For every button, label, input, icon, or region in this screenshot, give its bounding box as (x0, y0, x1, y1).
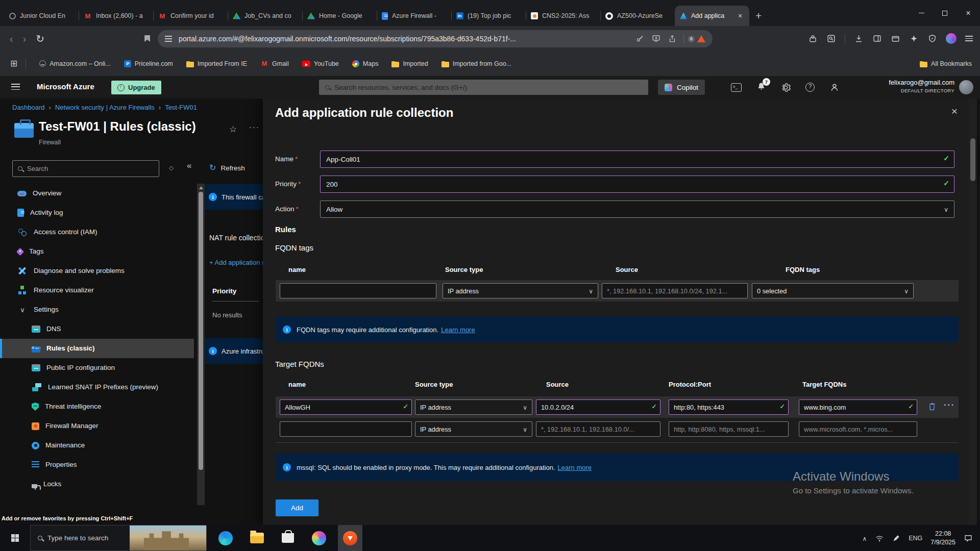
close-panel-icon[interactable] (951, 106, 958, 116)
taskbar-file-explorer-icon[interactable] (244, 525, 269, 551)
sidebar-item-locks[interactable]: Locks (0, 474, 194, 494)
rule-source-input[interactable] (536, 421, 660, 437)
brave-rewards-icon[interactable] (697, 35, 705, 42)
rule-source-type-select[interactable]: IP address (415, 421, 532, 437)
reload-icon[interactable]: ↻ (36, 34, 44, 44)
bookmark-item[interactable]: Imported From IE (186, 60, 247, 68)
sidebar-item-activity-log[interactable]: Activity log (0, 203, 194, 222)
search-box-icon[interactable] (826, 34, 836, 43)
breadcrumb-link[interactable]: Test-FW01 (165, 104, 197, 111)
window-minimize-button[interactable] (910, 0, 933, 26)
help-icon[interactable] (805, 83, 815, 92)
extensions-puzzle-icon[interactable] (808, 34, 818, 43)
bookmark-item[interactable]: Amazon.com – Onli... (39, 60, 111, 68)
taskbar-store-icon[interactable] (276, 525, 300, 551)
tab-linkedin[interactable]: (19) Top job pic × (451, 6, 526, 26)
fqdn-name-input[interactable] (280, 283, 436, 298)
scrollbar-thumb[interactable] (970, 138, 975, 181)
azure-logo[interactable]: Microsoft Azure (37, 82, 94, 91)
sidebar-item-learned-snat-ip-prefixes[interactable]: Learned SNAT IP Prefixes (preview) (0, 378, 194, 397)
sidebar-search-input[interactable]: Search (12, 160, 159, 177)
tab-junior-cloud[interactable]: Junior Cloud En × (4, 6, 79, 26)
back-icon[interactable]: ‹ (10, 34, 13, 44)
bookmark-item[interactable]: Gmail (260, 60, 289, 68)
account-info[interactable]: felixarogo@gmail.com DEFAULT DIRECTORY (889, 79, 954, 93)
rule-source-input[interactable] (536, 399, 660, 415)
share-icon[interactable] (668, 34, 677, 43)
address-bar[interactable]: portal.azure.com/#@felixarogogmail.onmic… (158, 30, 713, 47)
taskbar-brave-icon[interactable] (338, 525, 362, 551)
url-text[interactable]: portal.azure.com/#@felixarogogmail.onmic… (179, 35, 629, 43)
rule-target-input[interactable] (799, 399, 917, 415)
search-highlight-image[interactable] (130, 525, 206, 550)
add-button[interactable]: Add (276, 499, 318, 516)
sidebar-item-maintenance[interactable]: Maintenance (0, 436, 194, 455)
breadcrumb-link[interactable]: Network security | Azure Firewalls (55, 104, 165, 111)
profile-avatar[interactable] (946, 33, 957, 44)
sidebar-item-properties[interactable]: Properties (0, 455, 194, 474)
bookmark-icon[interactable] (144, 35, 150, 42)
fqdn-source-type-select[interactable]: IP address (443, 283, 598, 298)
sidebar-scrollbar[interactable] (197, 184, 205, 505)
tab-inbox[interactable]: Inbox (2,600) - a × (79, 6, 153, 26)
sidebar-group-settings[interactable]: Settings (0, 300, 194, 319)
cloud-shell-icon[interactable] (731, 83, 742, 92)
breadcrumb-link[interactable]: Dashboard (12, 104, 55, 111)
tray-expand-icon[interactable] (862, 534, 867, 543)
bookmark-item[interactable]: YouTube (302, 60, 339, 68)
sidebar-item-rules-classic[interactable]: Rules (classic) (0, 339, 194, 358)
tab-add-application-rule[interactable]: Add applica × (675, 6, 749, 26)
taskbar-photos-icon[interactable] (307, 525, 331, 551)
notifications-bell-icon[interactable]: 7 (756, 82, 766, 93)
feedback-icon[interactable] (829, 82, 840, 92)
copilot-button[interactable]: Copilot (658, 80, 705, 95)
delete-row-icon[interactable] (927, 402, 937, 411)
tab-close-icon[interactable]: × (736, 12, 744, 20)
upgrade-button[interactable]: Upgrade (111, 81, 161, 94)
apps-grid-icon[interactable]: ⊞ (10, 58, 17, 69)
tab-confirm-identity[interactable]: Confirm your id × (153, 6, 228, 26)
priority-input[interactable] (320, 176, 954, 193)
rule-target-input[interactable] (799, 421, 917, 437)
taskbar-clock[interactable]: 22:08 7/9/2025 (930, 530, 955, 547)
rule-name-input[interactable] (280, 399, 412, 415)
action-center-icon[interactable] (964, 534, 973, 543)
forward-icon[interactable]: › (23, 34, 27, 44)
row-more-options-icon[interactable] (944, 400, 955, 410)
scroll-up-arrow[interactable] (199, 186, 203, 189)
sidebar-item-firewall-manager[interactable]: Firewall Manager (0, 416, 194, 436)
rule-source-type-select[interactable]: IP address (415, 399, 532, 415)
tab-az500-github[interactable]: AZ500-AzureSe × (600, 6, 675, 26)
sidebar-item-diagnose[interactable]: Diagnose and solve problems (0, 261, 194, 281)
page-scrollbar[interactable] (969, 98, 977, 525)
sidebar-item-threat-intelligence[interactable]: Threat intelligence (0, 397, 194, 416)
sidebar-item-overview[interactable]: Overview (0, 184, 194, 203)
language-indicator[interactable]: ENG (909, 535, 922, 542)
bookmark-item[interactable]: Priceline.com (124, 60, 173, 68)
bookmark-item[interactable]: Imported (391, 60, 428, 68)
bookmark-item[interactable]: Imported from Goo... (442, 60, 511, 68)
refresh-button[interactable]: Refresh (209, 164, 245, 172)
global-search-input[interactable]: Search resources, services, and docs (G+… (319, 80, 648, 95)
rule-name-input[interactable] (280, 421, 412, 437)
fqdn-source-input[interactable] (602, 283, 748, 298)
sidebar-item-resource-visualizer[interactable]: Resource visualizer (0, 281, 194, 300)
bookmark-item[interactable]: Maps (352, 60, 379, 68)
taskbar-edge-icon[interactable] (213, 525, 238, 551)
rule-protocol-input[interactable] (669, 399, 789, 415)
leo-ai-sparkle-icon[interactable] (909, 34, 919, 43)
pen-icon[interactable] (892, 534, 900, 542)
sidebar-item-tags[interactable]: Tags (0, 242, 194, 261)
account-avatar[interactable] (959, 80, 973, 94)
tab-home-google[interactable]: Home - Google × (302, 6, 377, 26)
tab-job-cvs[interactable]: Job_CVs and co × (228, 6, 302, 26)
window-close-button[interactable]: × (957, 0, 980, 26)
search-filter-icon[interactable] (169, 164, 174, 171)
install-app-icon[interactable] (651, 34, 661, 43)
name-input[interactable] (320, 151, 954, 168)
sidebar-toggle-icon[interactable] (872, 34, 882, 43)
password-key-icon[interactable] (635, 34, 645, 43)
taskbar-search-input[interactable]: Type here to search (30, 525, 207, 551)
favorite-star-icon[interactable]: ☆ (229, 124, 237, 135)
scrollbar-thumb[interactable] (199, 192, 203, 470)
